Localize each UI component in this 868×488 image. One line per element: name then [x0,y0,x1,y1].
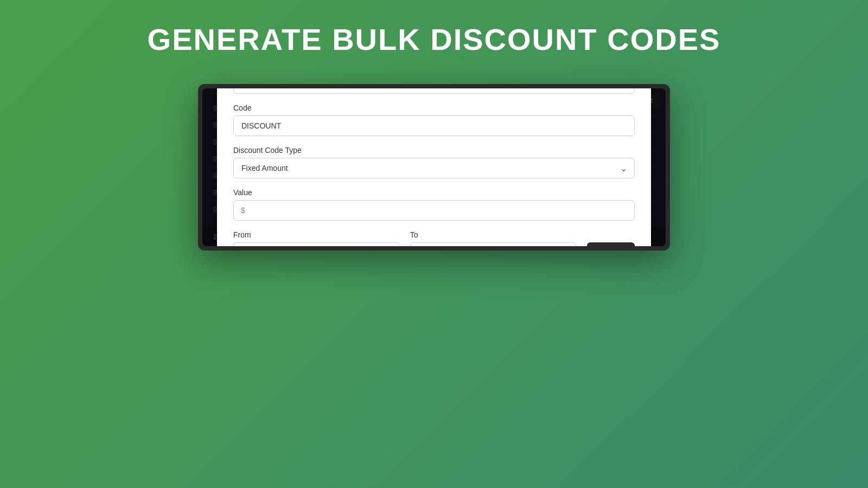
date-row: From To Search [233,230,635,247]
value-label: Value [233,188,635,197]
to-group: To [410,230,576,247]
from-group: From [233,230,399,247]
from-date-input[interactable] [233,242,399,247]
screen-inner: ↗ Redirect gin 9, 20 der E gin 9, 20 der… [202,88,666,246]
code-group: Code [233,104,635,136]
search-button[interactable]: Search [587,242,635,247]
discount-type-group: Discount Code Type Fixed Amount Percenta… [233,146,635,178]
modal-overlay: Generate Discount for Specific Customers… [202,88,666,246]
to-label: To [410,230,576,239]
from-label: From [233,230,399,239]
to-date-input[interactable] [410,242,576,247]
date-range-group: From To Search [233,230,635,247]
value-group: Value $ [233,188,635,221]
discount-type-select[interactable]: Fixed Amount Percentage Free Shipping [233,158,635,178]
screen-container: ↗ Redirect gin 9, 20 der E gin 9, 20 der… [198,84,670,251]
value-input[interactable] [233,200,635,221]
value-input-wrapper: $ [233,200,635,221]
page-title: GENERATE BULK DISCOUNT CODES [148,22,721,57]
currency-prefix: $ [241,206,245,215]
code-label: Code [233,104,635,112]
discount-type-label: Discount Code Type [233,146,635,155]
offer-name-group: Offer Name [233,88,635,94]
offer-name-input[interactable] [233,88,635,94]
discount-type-select-wrapper: Fixed Amount Percentage Free Shipping ⌄ [233,158,635,178]
code-input[interactable] [233,115,635,136]
modal-dialog: Generate Discount for Specific Customers… [217,88,651,246]
